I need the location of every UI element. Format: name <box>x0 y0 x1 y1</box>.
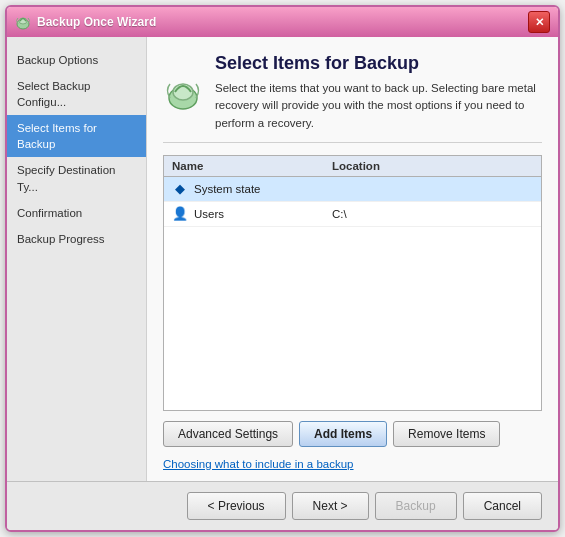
row-location-cell: C:\ <box>332 208 533 220</box>
sidebar-item-select-items[interactable]: Select Items for Backup <box>7 115 146 157</box>
add-items-button[interactable]: Add Items <box>299 421 387 447</box>
content-area: Backup Options Select Backup Configu... … <box>7 37 558 481</box>
page-description: Select the items that you want to back u… <box>215 80 542 132</box>
close-button[interactable]: ✕ <box>528 11 550 33</box>
help-link-row: Choosing what to include in a backup <box>163 457 542 471</box>
header-section: Select Items for Backup Select the items… <box>163 53 542 143</box>
column-header-location: Location <box>332 160 533 172</box>
row-name-text: Users <box>194 208 224 220</box>
backup-button: Backup <box>375 492 457 520</box>
help-link[interactable]: Choosing what to include in a backup <box>163 458 354 470</box>
sidebar-item-backup-options[interactable]: Backup Options <box>7 47 146 73</box>
wizard-window: Backup Once Wizard ✕ Backup Options Sele… <box>5 5 560 532</box>
items-table: Name Location ◆ System state 👤 Users C:\ <box>163 155 542 411</box>
main-panel: Select Items for Backup Select the items… <box>147 37 558 481</box>
page-title: Select Items for Backup <box>215 53 542 74</box>
sidebar: Backup Options Select Backup Configu... … <box>7 37 147 481</box>
title-bar: Backup Once Wizard ✕ <box>7 7 558 37</box>
remove-items-button[interactable]: Remove Items <box>393 421 500 447</box>
row-name-cell: 👤 Users <box>172 206 332 222</box>
table-row[interactable]: 👤 Users C:\ <box>164 202 541 227</box>
sidebar-item-confirmation[interactable]: Confirmation <box>7 200 146 226</box>
table-row[interactable]: ◆ System state <box>164 177 541 202</box>
sidebar-item-backup-progress[interactable]: Backup Progress <box>7 226 146 252</box>
previous-button[interactable]: < Previous <box>187 492 286 520</box>
window-title: Backup Once Wizard <box>37 15 156 29</box>
cancel-button[interactable]: Cancel <box>463 492 542 520</box>
sidebar-item-select-backup-config[interactable]: Select Backup Configu... <box>7 73 146 115</box>
header-text-block: Select Items for Backup Select the items… <box>215 53 542 132</box>
sidebar-item-specify-destination[interactable]: Specify Destination Ty... <box>7 157 146 199</box>
advanced-settings-button[interactable]: Advanced Settings <box>163 421 293 447</box>
title-bar-left: Backup Once Wizard <box>15 14 156 30</box>
table-header: Name Location <box>164 156 541 177</box>
system-state-icon: ◆ <box>172 181 188 197</box>
column-header-name: Name <box>172 160 332 172</box>
action-buttons: Advanced Settings Add Items Remove Items <box>163 421 542 447</box>
users-icon: 👤 <box>172 206 188 222</box>
row-name-text: System state <box>194 183 260 195</box>
row-name-cell: ◆ System state <box>172 181 332 197</box>
next-button[interactable]: Next > <box>292 492 369 520</box>
backup-icon <box>163 72 203 112</box>
footer: < Previous Next > Backup Cancel <box>7 481 558 530</box>
page-header-icon <box>163 72 203 112</box>
window-icon <box>15 14 31 30</box>
